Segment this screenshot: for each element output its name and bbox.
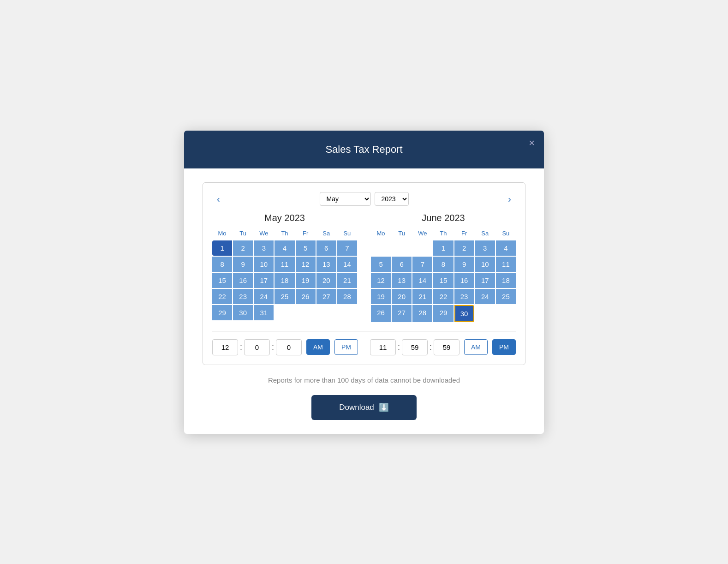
month-year-controls: January February March April May June Ju… — [320, 192, 409, 206]
download-label: Download — [339, 403, 374, 412]
table-row[interactable]: 22 — [212, 289, 232, 304]
table-row[interactable]: 24 — [475, 289, 495, 304]
table-row[interactable]: 29 — [212, 305, 232, 320]
table-row[interactable]: 31 — [254, 305, 274, 320]
table-row[interactable]: 9 — [454, 257, 474, 272]
table-row[interactable]: 14 — [412, 273, 432, 288]
table-row[interactable]: 9 — [233, 257, 253, 272]
table-row[interactable]: 10 — [475, 257, 495, 272]
end-time-picker: : : AM PM — [370, 339, 516, 355]
start-hour-input[interactable] — [212, 339, 238, 355]
left-month-title: May 2023 — [212, 213, 357, 223]
start-minute-input[interactable] — [244, 339, 270, 355]
table-row[interactable]: 23 — [233, 289, 253, 304]
table-row[interactable]: 1 — [212, 240, 232, 256]
table-row[interactable]: 8 — [212, 257, 232, 272]
table-row[interactable]: 15 — [433, 273, 453, 288]
table-row[interactable]: 19 — [296, 273, 316, 288]
left-cal-grid: Mo Tu We Th Fr Sa Su 1 2 3 4 5 6 — [212, 228, 357, 320]
table-row[interactable]: 30 — [454, 305, 474, 322]
table-row[interactable]: 25 — [496, 289, 516, 304]
table-row — [337, 305, 357, 320]
table-row[interactable]: 20 — [316, 273, 336, 288]
table-row[interactable]: 7 — [337, 240, 357, 256]
dow-mo: Mo — [212, 228, 232, 240]
table-row[interactable]: 27 — [316, 289, 336, 304]
table-row[interactable]: 19 — [371, 289, 391, 304]
modal-header: Sales Tax Report × — [184, 131, 544, 168]
prev-month-button[interactable]: ‹ — [212, 192, 225, 206]
close-button[interactable]: × — [529, 138, 535, 148]
table-row[interactable]: 29 — [433, 305, 453, 322]
table-row[interactable]: 11 — [274, 257, 294, 272]
end-second-input[interactable] — [434, 339, 459, 355]
dow-th: Th — [274, 228, 294, 240]
table-row[interactable]: 17 — [475, 273, 495, 288]
table-row — [371, 240, 391, 256]
table-row[interactable]: 5 — [296, 240, 316, 256]
table-row — [496, 305, 516, 322]
end-am-button[interactable]: AM — [464, 339, 488, 355]
table-row[interactable]: 12 — [296, 257, 316, 272]
dow-tu: Tu — [392, 228, 412, 240]
month-select[interactable]: January February March April May June Ju… — [320, 192, 371, 206]
table-row[interactable]: 21 — [337, 273, 357, 288]
table-row[interactable]: 18 — [274, 273, 294, 288]
table-row[interactable]: 6 — [392, 257, 412, 272]
table-row[interactable]: 4 — [274, 240, 294, 256]
table-row[interactable]: 22 — [433, 289, 453, 304]
table-row[interactable]: 25 — [274, 289, 294, 304]
table-row[interactable]: 10 — [254, 257, 274, 272]
table-row — [316, 305, 336, 320]
table-row[interactable]: 13 — [392, 273, 412, 288]
table-row[interactable]: 30 — [233, 305, 253, 320]
table-row[interactable]: 4 — [496, 240, 516, 256]
table-row[interactable]: 8 — [433, 257, 453, 272]
start-second-input[interactable] — [276, 339, 302, 355]
table-row[interactable]: 26 — [371, 305, 391, 322]
year-select[interactable]: 2021 2022 2023 2024 — [375, 192, 409, 206]
modal-body: ‹ January February March April May June … — [184, 168, 544, 434]
table-row[interactable]: 3 — [475, 240, 495, 256]
table-row[interactable]: 13 — [316, 257, 336, 272]
table-row — [296, 305, 316, 320]
right-month-title: June 2023 — [371, 213, 516, 223]
table-row[interactable]: 16 — [454, 273, 474, 288]
table-row[interactable]: 24 — [254, 289, 274, 304]
table-row[interactable]: 16 — [233, 273, 253, 288]
table-row[interactable]: 17 — [254, 273, 274, 288]
table-row[interactable]: 6 — [316, 240, 336, 256]
dow-th: Th — [433, 228, 453, 240]
start-pm-button[interactable]: PM — [334, 339, 358, 355]
dow-sa: Sa — [475, 228, 495, 240]
table-row[interactable]: 1 — [433, 240, 453, 256]
table-row[interactable]: 2 — [454, 240, 474, 256]
table-row[interactable]: 11 — [496, 257, 516, 272]
table-row[interactable]: 5 — [371, 257, 391, 272]
start-am-button[interactable]: AM — [306, 339, 330, 355]
dow-mo: Mo — [371, 228, 391, 240]
end-minute-input[interactable] — [402, 339, 428, 355]
table-row[interactable]: 27 — [392, 305, 412, 322]
table-row[interactable]: 3 — [254, 240, 274, 256]
dow-fr: Fr — [296, 228, 316, 240]
table-row[interactable]: 12 — [371, 273, 391, 288]
end-pm-button[interactable]: PM — [492, 339, 516, 355]
table-row[interactable]: 23 — [454, 289, 474, 304]
table-row[interactable]: 15 — [212, 273, 232, 288]
table-row[interactable]: 26 — [296, 289, 316, 304]
table-row[interactable]: 28 — [412, 305, 432, 322]
dow-fr: Fr — [454, 228, 474, 240]
download-icon: ⬇️ — [379, 402, 389, 413]
download-button[interactable]: Download ⬇️ — [311, 395, 417, 420]
table-row[interactable]: 20 — [392, 289, 412, 304]
table-row[interactable]: 28 — [337, 289, 357, 304]
table-row[interactable]: 21 — [412, 289, 432, 304]
table-row[interactable]: 2 — [233, 240, 253, 256]
next-month-button[interactable]: › — [503, 192, 516, 206]
end-hour-input[interactable] — [370, 339, 396, 355]
table-row[interactable]: 14 — [337, 257, 357, 272]
table-row[interactable]: 7 — [412, 257, 432, 272]
table-row[interactable]: 18 — [496, 273, 516, 288]
table-row — [475, 305, 495, 322]
